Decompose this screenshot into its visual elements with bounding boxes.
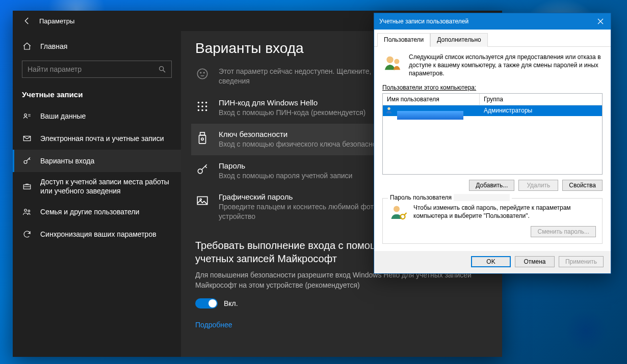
nav-label: Семья и другие пользователи [40,208,139,216]
svg-point-6 [28,210,30,212]
nav-label: Ваши данные [40,112,86,120]
nav-home[interactable]: Главная [13,35,181,58]
redacted-username-small [454,194,510,201]
redacted-username [397,111,463,120]
people-icon [22,207,32,217]
col-group[interactable]: Группа [480,94,602,105]
nav-email[interactable]: Электронная почта и учетные записи [13,127,181,150]
user-row-group: Администраторы [480,107,602,114]
svg-point-28 [394,206,400,212]
key-icon [22,156,32,166]
back-button[interactable] [21,15,33,27]
userlist-label: Пользователи этого компьютера: [382,84,603,91]
change-password-button: Сменить пароль... [531,226,596,237]
svg-point-25 [386,57,393,63]
svg-point-12 [205,101,207,103]
settings-sidebar: Главная Учетные записи Ваши данные Элек [13,31,181,357]
svg-point-26 [394,59,399,64]
tab-advanced[interactable]: Дополнительно [430,33,487,47]
svg-point-11 [201,101,203,103]
password-fieldset: Пароль пользователя Чтобы изменить свой … [382,198,603,244]
toggle-label: Вкл. [224,299,238,307]
picture-icon [195,193,210,208]
dialog-footer: OK Отмена Применить [374,251,611,273]
svg-point-14 [201,105,203,107]
password-hint-text: Чтобы изменить свой пароль, перейдите к … [413,204,596,220]
remove-user-button: Удалить [518,180,558,191]
usb-key-icon [195,131,210,145]
nav-sync[interactable]: Синхронизация ваших параметров [13,223,181,245]
user-row-icon [385,106,394,115]
tab-users[interactable]: Пользователи [377,33,430,47]
user-key-icon [389,204,407,222]
users-icon [382,53,403,73]
col-username[interactable]: Имя пользователя [383,94,480,105]
nav-work-access[interactable]: Доступ к учетной записи места работы или… [13,172,181,201]
userlist-header: Имя пользователя Группа [383,94,602,105]
svg-point-17 [201,109,203,111]
svg-rect-20 [199,135,206,143]
sidebar-section-label: Учетные записи [13,85,181,105]
user-accounts-dialog: Учетные записи пользователей Пользовател… [374,13,611,274]
nav-label: Доступ к учетной записи места работы или… [40,177,172,195]
nav-label: Варианты входа [40,157,94,165]
nav-label: Электронная почта и учетные записи [40,134,164,143]
svg-point-9 [203,72,204,73]
add-user-button[interactable]: Добавить... [469,180,514,191]
settings-title: Параметры [39,17,74,25]
settings-search[interactable] [22,61,172,78]
sync-icon [22,229,32,239]
mail-icon [22,133,32,144]
face-icon [195,67,210,81]
dialog-title: Учетные записи пользователей [379,18,468,25]
briefcase-icon [22,181,32,191]
password-legend: Пароль пользователя [390,194,452,201]
learn-more-link[interactable]: Подробнее [195,321,232,329]
dialog-titlebar: Учетные записи пользователей [374,13,611,30]
svg-point-10 [198,101,199,103]
svg-point-3 [24,160,27,163]
svg-point-27 [387,107,390,110]
svg-point-13 [198,105,199,107]
svg-point-8 [200,72,201,73]
keypad-icon [195,99,210,114]
svg-point-1 [24,114,27,117]
key-icon [195,162,210,177]
dialog-close-button[interactable] [590,13,611,30]
nav-signin-options[interactable]: Варианты входа [13,150,181,172]
apply-button: Применить [559,256,604,267]
user-row[interactable]: Администраторы [383,105,602,116]
hello-toggle[interactable] [195,298,218,309]
user-properties-button[interactable]: Свойства [562,180,603,191]
search-icon [158,65,166,73]
person-card-icon [22,111,32,121]
svg-point-0 [160,67,164,71]
dialog-tabs: Пользователи Дополнительно [374,30,611,47]
cancel-button[interactable]: Отмена [515,256,555,267]
svg-point-22 [198,169,202,173]
nav-label: Синхронизация ваших параметров [40,230,156,238]
nav-your-info[interactable]: Ваши данные [13,105,181,127]
search-input[interactable] [28,65,158,73]
dialog-intro-text: Следующий список используется для предос… [409,53,603,78]
nav-family[interactable]: Семья и другие пользователи [13,201,181,223]
svg-point-21 [201,138,203,140]
ok-button[interactable]: OK [471,256,511,267]
svg-rect-2 [23,136,31,141]
dialog-body: Следующий список используется для предос… [374,47,611,251]
user-list[interactable]: Имя пользователя Группа Администраторы [382,93,603,175]
nav-home-label: Главная [40,42,67,50]
svg-point-15 [205,105,207,107]
svg-point-5 [24,209,27,212]
svg-point-18 [205,109,207,111]
svg-point-16 [198,109,199,111]
svg-point-7 [197,69,207,79]
home-icon [22,41,32,51]
